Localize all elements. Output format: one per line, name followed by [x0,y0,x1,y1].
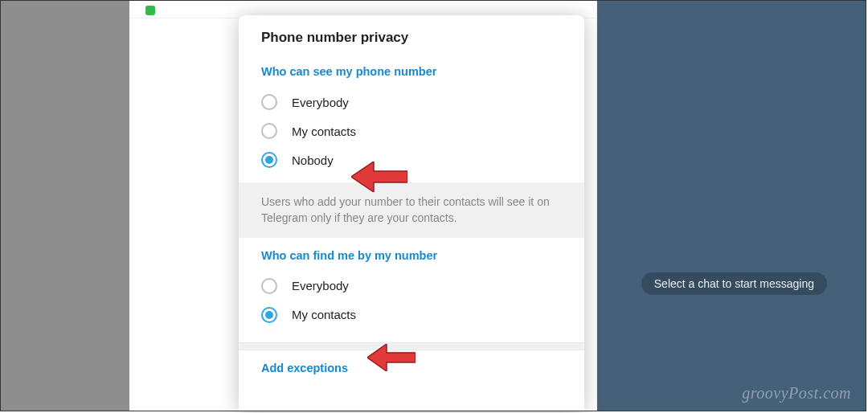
section-header-find-number: Who can find me by my number [239,238,584,272]
empty-chat-hint: Select a chat to start messaging [641,272,827,295]
radio-icon [261,152,277,168]
radio-contacts-find[interactable]: My contacts [239,301,584,329]
watermark: groovyPost.com [742,384,851,403]
radio-label: Everybody [292,96,349,109]
radio-everybody-find[interactable]: Everybody [239,272,584,301]
radio-icon [261,278,277,294]
radio-icon [261,123,277,139]
radio-nobody-see[interactable]: Nobody [239,145,584,174]
radio-everybody-see[interactable]: Everybody [239,88,584,117]
add-exceptions-link[interactable]: Add exceptions [239,350,584,384]
radio-icon [261,307,277,323]
status-indicator-icon [145,6,155,15]
section-divider [239,342,584,350]
phone-privacy-dialog: Phone number privacy Who can see my phon… [239,15,584,411]
radio-label: My contacts [292,125,356,138]
radio-label: Nobody [292,153,334,167]
screenshot-margin-left [1,1,129,411]
radio-label: Everybody [292,279,349,292]
dialog-title: Phone number privacy [239,15,584,54]
radio-contacts-see[interactable]: My contacts [239,117,584,145]
radio-icon [261,94,277,110]
radio-label: My contacts [292,308,356,321]
section-header-see-number: Who can see my phone number [239,54,584,88]
info-text: Users who add your number to their conta… [239,182,584,238]
